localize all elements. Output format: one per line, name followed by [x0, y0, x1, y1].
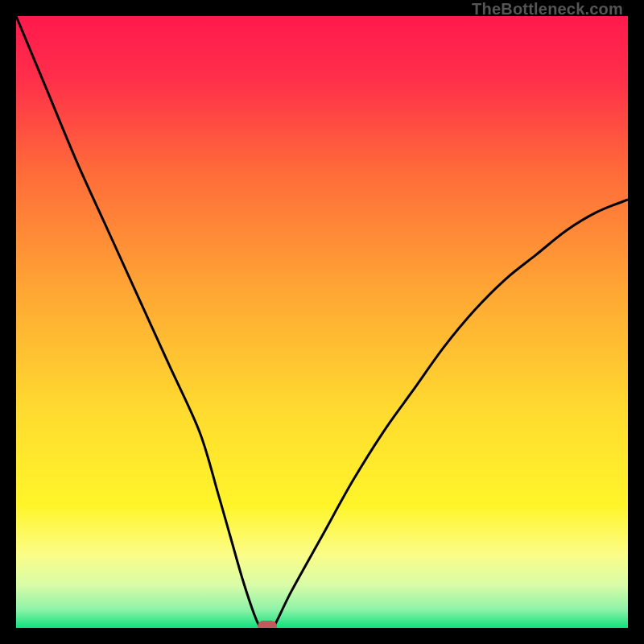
chart-plot-area [16, 16, 628, 628]
optimum-marker [258, 621, 277, 628]
bottleneck-curve [16, 16, 628, 628]
curve-path [16, 16, 628, 628]
